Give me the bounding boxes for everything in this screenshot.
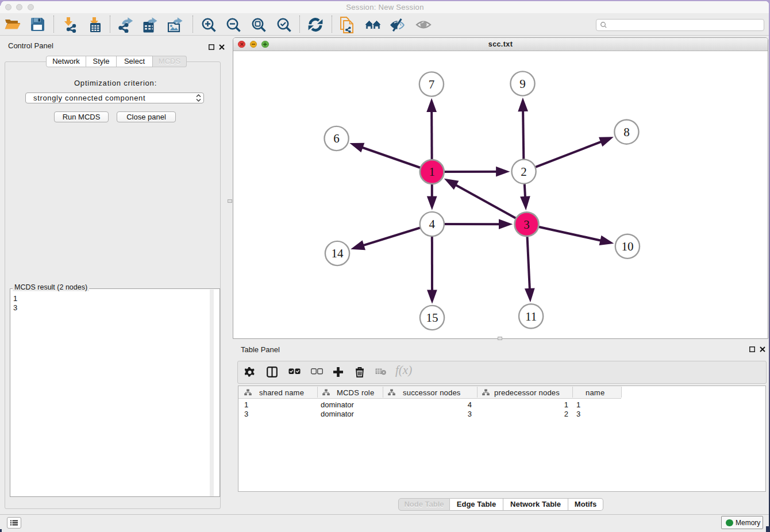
svg-text:1: 1 (429, 165, 435, 179)
svg-text:6: 6 (333, 132, 340, 145)
svg-text:15: 15 (426, 311, 438, 325)
svg-text:11: 11 (525, 310, 537, 323)
svg-text:7: 7 (429, 78, 435, 91)
svg-text:10: 10 (621, 240, 633, 253)
svg-text:3: 3 (523, 218, 530, 232)
svg-text:4: 4 (429, 217, 436, 231)
svg-text:14: 14 (332, 246, 344, 260)
svg-text:2: 2 (521, 165, 527, 179)
svg-text:9: 9 (519, 77, 526, 91)
svg-text:8: 8 (623, 125, 630, 139)
